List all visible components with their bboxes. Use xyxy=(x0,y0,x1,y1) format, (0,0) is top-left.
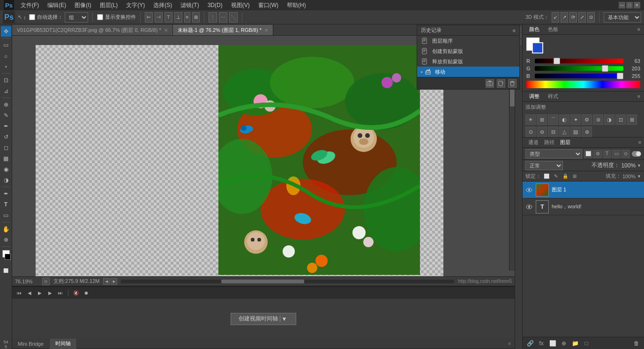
auto-select-checkbox[interactable] xyxy=(29,14,35,20)
eyedropper-tool[interactable]: ⊿ xyxy=(1,86,11,96)
doc-tab-2-close[interactable]: ✕ xyxy=(264,28,268,33)
doc-tab-2[interactable]: 未标题-1 @ 76.2% (图层 1, RGB/8) * ✕ xyxy=(173,25,273,35)
adj-invert[interactable]: ⊖ xyxy=(537,127,547,137)
adj-gradient-map[interactable]: ▤ xyxy=(570,127,581,137)
g-slider[interactable] xyxy=(535,66,623,71)
timeline-tab[interactable]: 时间轴 xyxy=(50,339,77,349)
menu-select[interactable]: 选择(S) xyxy=(150,0,176,10)
lf-pixel-icon[interactable]: ⬜ xyxy=(584,150,592,158)
hscroll-bar[interactable] xyxy=(121,280,454,283)
nav-next[interactable]: ► xyxy=(111,278,117,285)
color-selector[interactable] xyxy=(0,250,12,264)
move-tool[interactable]: ✥ xyxy=(1,26,11,37)
timeline-step-fwd[interactable]: ▶ xyxy=(46,289,54,297)
adj-curves[interactable]: ⌒ xyxy=(548,114,558,125)
maximize-button[interactable]: □ xyxy=(626,2,633,8)
r-thumb[interactable] xyxy=(554,58,560,64)
lock-all-btn[interactable]: 🔒 xyxy=(562,173,569,180)
dropdown-arrow-icon[interactable]: ▼ xyxy=(280,316,289,322)
layers-filter-dropdown[interactable]: 类型 xyxy=(525,149,582,159)
bottom-panel-menu[interactable]: ≡ xyxy=(504,341,515,346)
gradient-tool[interactable]: ▦ xyxy=(1,153,11,164)
menu-edit[interactable]: 编辑(E) xyxy=(44,0,70,10)
timeline-rewind[interactable]: ⏮ xyxy=(15,289,23,297)
timeline-ffwd[interactable]: ⏭ xyxy=(56,289,65,297)
fill-arrow[interactable]: ▼ xyxy=(637,174,641,179)
zoom-icon[interactable]: ⊙ xyxy=(42,278,50,285)
lock-artboard-btn[interactable]: ⊞ xyxy=(571,173,578,180)
adj-selective-color[interactable]: ⊛ xyxy=(582,127,592,137)
menu-text[interactable]: 文字(Y) xyxy=(122,0,149,10)
align-center[interactable]: ⊣ xyxy=(155,12,163,23)
align-bottom[interactable]: ⊞ xyxy=(192,12,200,23)
dist-3[interactable]: ⋱ xyxy=(229,12,238,23)
filter-toggle-switch[interactable] xyxy=(632,151,641,157)
align-left[interactable]: ⊢ xyxy=(145,12,153,23)
channels-tab[interactable]: 通道 xyxy=(525,138,541,147)
lf-adjust-icon[interactable]: ⚙ xyxy=(593,150,602,158)
mini-bridge-tab[interactable]: Mini Bridge xyxy=(12,339,50,349)
dist-1[interactable]: ⋮ xyxy=(209,12,217,23)
align-right[interactable]: ⊤ xyxy=(165,12,172,23)
history-item-3[interactable]: ▸ 移动 xyxy=(417,67,519,77)
align-top[interactable]: ⊥ xyxy=(174,12,182,23)
color-panel-menu[interactable]: ≡ xyxy=(637,27,640,32)
dodge-tool[interactable]: ◑ xyxy=(1,175,11,185)
fill-value[interactable]: 100% xyxy=(622,174,636,179)
layers-tab[interactable]: 图层 xyxy=(557,138,573,147)
3d-btn-5[interactable]: ⊙ xyxy=(587,12,595,23)
layer-new-btn[interactable]: □ xyxy=(582,339,591,348)
blur-tool[interactable]: ◉ xyxy=(1,164,11,174)
nav-prev[interactable]: ◄ xyxy=(103,278,110,285)
history-item-0[interactable]: 图层顺序 xyxy=(417,36,519,46)
bg-color-swatch[interactable] xyxy=(532,42,543,53)
quick-mask-mode[interactable]: ⬜ xyxy=(1,266,11,276)
magic-wand-tool[interactable]: ⋆ xyxy=(1,61,11,72)
lf-shape-icon[interactable]: ▭ xyxy=(612,150,621,158)
crop-tool[interactable]: ⊡ xyxy=(1,75,11,85)
show-transform-checkbox[interactable] xyxy=(97,14,103,20)
menu-layer[interactable]: 图层(L) xyxy=(96,0,122,10)
swatches-tab[interactable]: 色板 xyxy=(545,25,561,34)
opacity-arrow[interactable]: ▼ xyxy=(637,163,641,168)
lf-text-icon[interactable]: T xyxy=(603,150,611,158)
opacity-value[interactable]: 100% xyxy=(621,162,636,169)
b-thumb[interactable] xyxy=(617,73,623,79)
brush-tool[interactable]: ✎ xyxy=(1,110,11,121)
shape-tool[interactable]: ▭ xyxy=(1,210,11,220)
doc-tab-1[interactable]: V01GP0B53DT1(C2QRRZB3F.png @ 66.7% (图层 0… xyxy=(12,25,173,35)
adj-exposure[interactable]: ◐ xyxy=(559,114,569,125)
history-new-doc-btn[interactable] xyxy=(497,79,505,88)
lock-pixel-btn[interactable]: ⬜ xyxy=(543,173,550,180)
lf-smart-icon[interactable]: ⊙ xyxy=(622,150,630,158)
zoom-tool[interactable]: ⊕ xyxy=(1,235,11,245)
history-brush-tool[interactable]: ↺ xyxy=(1,132,11,142)
adj-hsl[interactable]: ⚙ xyxy=(582,114,592,125)
history-delete-btn[interactable] xyxy=(508,79,517,88)
menu-view[interactable]: 视图(V) xyxy=(227,0,254,10)
b-slider[interactable] xyxy=(535,74,623,78)
layer-item-1[interactable]: T hello，world! xyxy=(523,198,644,215)
adjustments-menu[interactable]: ≡ xyxy=(637,94,640,99)
workspace-select[interactable]: 基本功能 xyxy=(604,12,641,23)
layer-adj-btn[interactable]: ⊕ xyxy=(559,339,569,348)
3d-btn-3[interactable]: ⟳ xyxy=(569,12,577,23)
healing-brush-tool[interactable]: ⊕ xyxy=(1,99,11,110)
dist-2[interactable]: ⋯ xyxy=(219,12,227,23)
timeline-step-back[interactable]: ◀ xyxy=(25,289,34,297)
layer-delete-btn[interactable]: 🗑 xyxy=(632,339,641,348)
blend-mode-select[interactable]: 正常 xyxy=(525,161,563,170)
menu-window[interactable]: 窗口(W) xyxy=(255,0,282,10)
styles-tab[interactable]: 样式 xyxy=(545,92,561,101)
timeline-mute[interactable]: 🔇 xyxy=(72,289,80,297)
adj-posterize[interactable]: ⊟ xyxy=(548,127,558,137)
adjustments-tab[interactable]: 调整 xyxy=(526,92,542,101)
auto-select-dropdown[interactable]: 组 xyxy=(65,12,88,23)
layer-0-visibility[interactable] xyxy=(525,186,533,194)
lasso-tool[interactable]: ⌕ xyxy=(1,51,11,61)
doc-tab-1-close[interactable]: ✕ xyxy=(164,28,168,33)
history-menu-icon[interactable]: ≡ xyxy=(513,28,516,33)
background-color[interactable] xyxy=(5,254,11,260)
history-snapshot-btn[interactable] xyxy=(486,79,494,88)
3d-btn-4[interactable]: ⤢ xyxy=(578,12,586,23)
